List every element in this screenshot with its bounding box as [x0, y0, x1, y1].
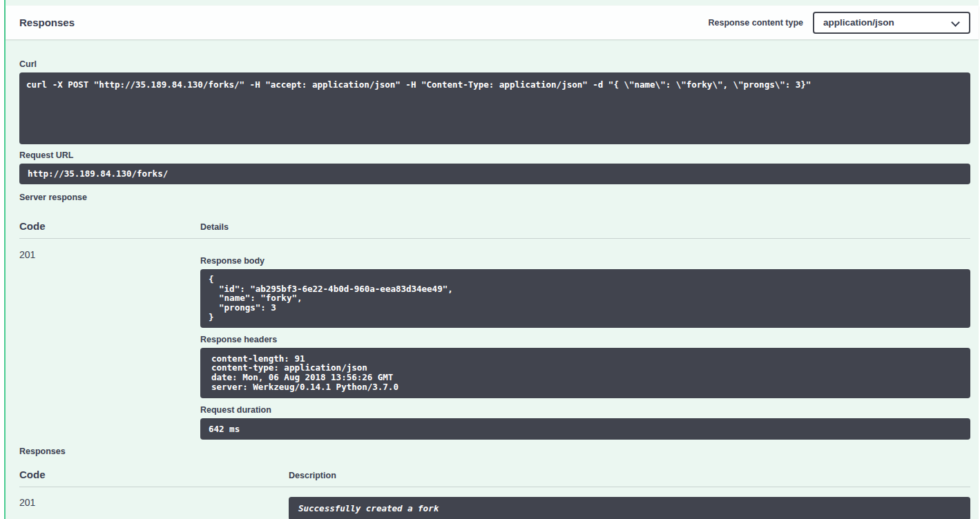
- responses-row-description-cell: Successfully created a fork: [289, 497, 970, 519]
- responses-section-header: Responses Response content type applicat…: [6, 6, 979, 39]
- chevron-down-icon: [951, 18, 960, 27]
- server-response-details: Response body { "id": "ab295bf3-6e22-4b0…: [200, 249, 970, 440]
- response-content-type-label: Response content type: [708, 18, 803, 28]
- server-response-row: 201 Response body { "id": "ab295bf3-6e22…: [19, 239, 970, 440]
- response-content-type-select[interactable]: application/json: [813, 12, 970, 34]
- curl-label: Curl: [19, 59, 970, 69]
- request-url-label: Request URL: [19, 150, 970, 160]
- curl-command-block: curl -X POST "http://35.189.84.130/forks…: [19, 72, 970, 144]
- post-opblock: Responses Response content type applicat…: [4, 0, 979, 519]
- server-response-table-header: Code Details: [19, 220, 970, 239]
- opblock-top-strip: [6, 0, 979, 6]
- responses-code-header: Code: [19, 469, 289, 480]
- response-body-label: Response body: [200, 256, 970, 266]
- response-description-block: Successfully created a fork: [289, 497, 970, 519]
- response-body-block: { "id": "ab295bf3-6e22-4b0d-960a-eea83d3…: [200, 269, 970, 328]
- server-response-details-header: Details: [200, 222, 970, 232]
- content-type-wrapper: Response content type application/json: [708, 12, 970, 34]
- request-duration-block: 642 ms: [200, 418, 970, 440]
- responses-table-row: 201 Successfully created a fork: [19, 487, 970, 519]
- response-headers-block: content-length: 91 content-type: applica…: [200, 348, 970, 398]
- server-response-label: Server response: [19, 193, 970, 202]
- server-response-code: 201: [19, 249, 200, 440]
- responses-row-code: 201: [19, 497, 289, 519]
- response-content-type-value: application/json: [823, 17, 894, 28]
- responses-body: Curl curl -X POST "http://35.189.84.130/…: [6, 39, 979, 519]
- responses-table-label: Responses: [19, 447, 970, 456]
- responses-title: Responses: [19, 17, 75, 28]
- request-duration-label: Request duration: [200, 405, 970, 415]
- server-response-code-header: Code: [19, 220, 200, 232]
- responses-table-header: Code Description: [19, 469, 970, 487]
- response-headers-label: Response headers: [200, 335, 970, 344]
- request-url-block: http://35.189.84.130/forks/: [19, 164, 970, 184]
- responses-description-header: Description: [289, 471, 970, 480]
